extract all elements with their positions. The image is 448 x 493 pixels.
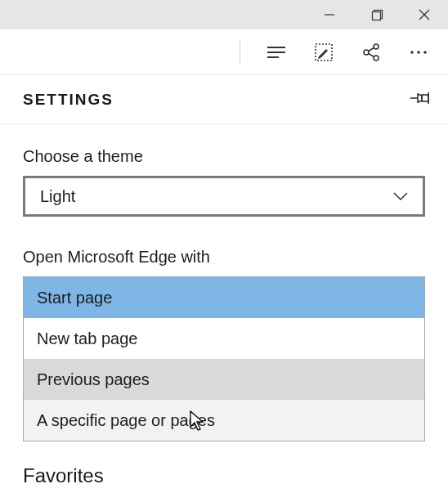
svg-point-16: [423, 51, 427, 54]
window-titlebar: [0, 0, 448, 29]
svg-point-14: [410, 51, 414, 54]
close-button[interactable]: [401, 0, 448, 29]
svg-point-15: [417, 51, 420, 54]
svg-rect-2: [372, 11, 380, 20]
open-with-listbox[interactable]: Start page New tab page Previous pages A…: [23, 276, 425, 441]
minimize-icon: [324, 9, 335, 20]
minimize-button[interactable]: [306, 0, 353, 29]
favorites-heading: Favorites: [23, 464, 425, 487]
panel-title: SETTINGS: [23, 91, 114, 109]
option-label: A specific page or pages: [37, 411, 215, 430]
theme-select-value: Light: [40, 187, 75, 206]
open-with-option-previous-pages[interactable]: Previous pages: [24, 359, 424, 400]
panel-header: SETTINGS: [0, 75, 448, 124]
open-with-option-start-page[interactable]: Start page: [24, 277, 424, 318]
open-with-option-new-tab[interactable]: New tab page: [24, 318, 424, 359]
theme-label: Choose a theme: [23, 147, 425, 166]
open-with-label: Open Microsoft Edge with: [23, 248, 425, 267]
theme-select[interactable]: Light: [23, 176, 425, 217]
option-label: Start page: [37, 289, 112, 307]
settings-content: Choose a theme Light Open Microsoft Edge…: [0, 124, 448, 487]
toolbar: [0, 29, 448, 75]
web-note-icon: [314, 43, 334, 62]
web-note-button[interactable]: [312, 41, 335, 64]
share-button[interactable]: [360, 41, 383, 64]
restore-button[interactable]: [353, 0, 401, 29]
option-label: New tab page: [37, 329, 137, 348]
option-label: Previous pages: [37, 370, 150, 389]
svg-rect-18: [422, 95, 428, 101]
pin-button[interactable]: [410, 91, 430, 109]
more-icon: [410, 50, 428, 55]
restore-icon: [371, 9, 383, 21]
svg-line-13: [369, 53, 374, 56]
reading-view-icon: [266, 44, 287, 61]
more-button[interactable]: [407, 41, 430, 64]
chevron-down-icon: [393, 192, 408, 200]
pin-icon: [410, 91, 430, 105]
open-with-option-specific-page[interactable]: A specific page or pages: [24, 400, 424, 441]
reading-view-button[interactable]: [265, 41, 288, 64]
svg-point-11: [374, 56, 379, 61]
svg-line-12: [369, 47, 374, 51]
svg-point-9: [364, 50, 369, 55]
svg-point-10: [374, 44, 379, 49]
toolbar-separator: [240, 40, 240, 65]
share-icon: [361, 43, 381, 62]
close-icon: [419, 9, 430, 20]
